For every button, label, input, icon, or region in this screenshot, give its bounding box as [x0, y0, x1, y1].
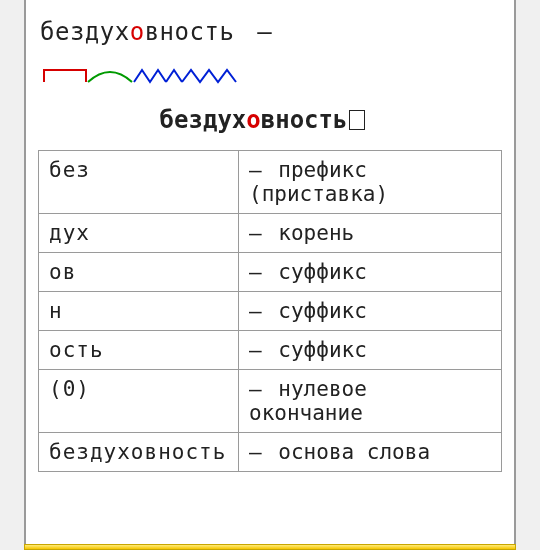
morpheme-name: ов — [39, 253, 239, 292]
morpheme-desc: — суффикс — [239, 253, 502, 292]
headword: бездуховность — — [40, 18, 502, 46]
morpheme-desc: — основа слова — [239, 433, 502, 472]
table-row: ость — суффикс — [39, 331, 502, 370]
morph-pre: бездух — [160, 106, 247, 134]
morpheme-diagram: бездуховность — [38, 64, 502, 110]
table-row: ов — суффикс — [39, 253, 502, 292]
morpheme-name: н — [39, 292, 239, 331]
morpheme-name: (0) — [39, 370, 239, 433]
table-row: н — суффикс — [39, 292, 502, 331]
table-row: бездуховность — основа слова — [39, 433, 502, 472]
headword-stress: о — [130, 18, 145, 46]
headword-pre: бездух — [40, 18, 130, 46]
morpheme-desc: — суффикс — [239, 331, 502, 370]
morpheme-desc: — нулевое окончание — [239, 370, 502, 433]
morpheme-name: бездуховность — [39, 433, 239, 472]
main-panel: бездуховность — бездуховность без — [24, 0, 516, 550]
zero-ending-box-icon — [349, 110, 365, 130]
morph-stress: о — [246, 106, 260, 134]
table-row: дух — корень — [39, 214, 502, 253]
morpheme-desc: — суффикс — [239, 292, 502, 331]
morph-post: вность — [261, 106, 348, 134]
page: бездуховность — бездуховность без — [0, 0, 540, 550]
morpheme-table: без — префикс (приставка) дух — корень о… — [38, 150, 502, 472]
morpheme-name: ость — [39, 331, 239, 370]
gold-divider — [24, 544, 516, 550]
headword-post: вность — [145, 18, 235, 46]
morpheme-desc: — корень — [239, 214, 502, 253]
morpheme-word: бездуховность — [44, 78, 365, 162]
headword-dash: — — [257, 18, 272, 46]
morpheme-table-body: без — префикс (приставка) дух — корень о… — [39, 151, 502, 472]
table-row: (0) — нулевое окончание — [39, 370, 502, 433]
morpheme-name: дух — [39, 214, 239, 253]
